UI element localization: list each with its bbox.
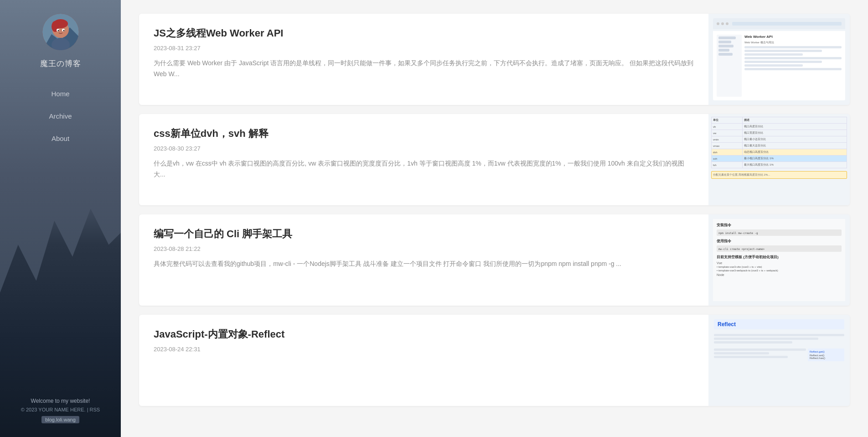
post-thumbnail[interactable]: 安装指令 npm install mw-create -g 使用指令 mw-cl… [708,214,850,306]
post-thumbnail[interactable]: 单位描述 vh视口高度百分比 vw视口宽度百分比 vmin视口最小边百分比 vm… [708,114,850,205]
post-excerpt: 为什么需要 Web Worker 由于 JavaScript 语言用的是单线程，… [154,58,694,80]
svg-point-7 [57,30,59,31]
post-thumbnail[interactable]: Web Worker API Web Worker 概念与用法 [708,14,850,105]
post-card: css新单位dvh，svh 解释 2023-08-30 23:27 什么是vh，… [139,114,850,205]
sidebar-footer: Welcome to my website! © 2023 YOUR NAME … [21,398,100,428]
post-date: 2023-08-28 21:22 [154,245,694,252]
post-date: 2023-08-30 23:27 [154,145,694,152]
footer-copyright: © 2023 YOUR NAME HERE. | RSS [21,407,100,412]
post-body: css新单位dvh，svh 解释 2023-08-30 23:27 什么是vh，… [139,114,708,205]
footer-welcome: Welcome to my website! [21,398,100,404]
post-date: 2023-08-31 23:27 [154,45,694,52]
post-body: 编写一个自己的 Cli 脚手架工具 2023-08-28 21:22 具体完整代… [139,214,708,306]
main-content: JS之多线程Web Worker API 2023-08-31 23:27 为什… [121,0,868,437]
sidebar: 魔王の博客 Home Archive About Welcome to my w… [0,0,121,437]
post-thumbnail[interactable]: Reflect Reflect.get() Reflect.set() Refl… [708,315,850,406]
post-card: JS之多线程Web Worker API 2023-08-31 23:27 为什… [139,14,850,105]
post-excerpt: 具体完整代码可以去查看我的github项目，mw-cli - 一个Nodejs脚… [154,259,694,270]
post-title[interactable]: css新单位dvh，svh 解释 [154,127,694,140]
blog-title: 魔王の博客 [40,58,81,69]
post-title[interactable]: 编写一个自己的 Cli 脚手架工具 [154,227,694,241]
sidebar-nav: Home Archive About [0,83,121,150]
post-body: JS之多线程Web Worker API 2023-08-31 23:27 为什… [139,14,708,105]
post-body: JavaScript-内置对象-Reflect 2023-08-24 22:31 [139,315,708,406]
sidebar-item-archive[interactable]: Archive [0,105,121,127]
post-title[interactable]: JavaScript-内置对象-Reflect [154,328,694,341]
post-card: JavaScript-内置对象-Reflect 2023-08-24 22:31… [139,315,850,406]
post-title[interactable]: JS之多线程Web Worker API [154,26,694,40]
footer-link[interactable]: blog.loli.wang [41,416,79,423]
post-card: 编写一个自己的 Cli 脚手架工具 2023-08-28 21:22 具体完整代… [139,214,850,306]
svg-point-8 [63,30,64,31]
post-excerpt: 什么是vh，vw 在css中 vh 表示窗口视图的高度百分比, vw 表示窗口视… [154,158,694,180]
avatar [42,14,79,50]
sidebar-item-home[interactable]: Home [0,83,121,105]
sidebar-item-about[interactable]: About [0,127,121,150]
post-date: 2023-08-24 22:31 [154,346,694,353]
